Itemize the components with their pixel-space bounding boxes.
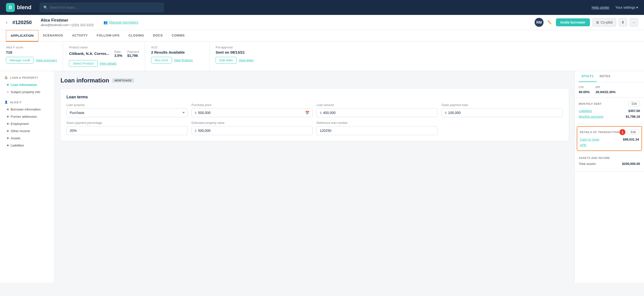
top-nav: B blend 🔍 Help center Your settings ▾ — [0, 0, 644, 15]
sidebar-item-other-income[interactable]: Other income — [0, 127, 54, 135]
sidebar-item-subject-property[interactable]: Subject property info — [0, 88, 54, 96]
back-button[interactable]: ‹ — [6, 20, 8, 25]
loan-amount-label: Loan amount — [316, 103, 438, 107]
purchase-price-input[interactable] — [198, 111, 304, 115]
monthly-payment-row: Monthly payment $1,796.18 — [579, 115, 640, 118]
run-aus-button[interactable]: Run AUS — [151, 57, 172, 64]
details-title: DETAILS OF TRANSACTION 1 Edit — [580, 129, 639, 135]
loan-amount-group: Loan amount $ — [316, 103, 438, 117]
monthly-debt-title: MONTHLY DEBT Edit — [579, 101, 640, 107]
total-assets-value: $200,000.00 — [622, 162, 640, 166]
loan-purpose-select[interactable]: Purchase — [66, 108, 188, 117]
sidebar-item-employment[interactable]: Employment — [0, 120, 54, 127]
nav-right: Help center Your settings ▾ — [592, 6, 638, 10]
sidebar-item-assets[interactable]: Assets — [0, 135, 54, 142]
aus-label: AUS — [151, 46, 204, 49]
manage-borrowers-link[interactable]: 👥 Manage borrowers — [104, 20, 138, 24]
down-pct-input[interactable] — [70, 129, 184, 133]
edit-avatar-button[interactable]: ✏️ — [546, 19, 554, 26]
your-settings-label: Your settings — [616, 6, 635, 10]
loan-header: ‹ #120250 Alice Firstimer alice@testmail… — [0, 15, 644, 30]
dot-icon — [7, 123, 9, 125]
payment-label: Payment — [127, 50, 139, 54]
sidebar-item-former-addresses[interactable]: Former addresses — [0, 113, 54, 120]
sidebar-item-borrower-info[interactable]: Borrower information — [0, 106, 54, 113]
section-header: Loan information MORTGAGE — [60, 77, 568, 84]
details-transaction-wrapper: DETAILS OF TRANSACTION 1 Edit Cash to cl… — [575, 124, 644, 151]
tab-docs[interactable]: DOCS — [148, 30, 168, 42]
tab-comms[interactable]: COMMS — [167, 30, 189, 42]
sidebar-item-loan-information[interactable]: Loan information — [0, 81, 54, 88]
sidebar-section-alice: 👤 Alice F Borrower information Former ad… — [0, 101, 54, 149]
tab-activity[interactable]: ACTIVITY — [68, 30, 92, 42]
main-layout: 🏠 Loan & Property Loan information Subje… — [0, 71, 644, 282]
view-letter-button[interactable]: View letter — [239, 57, 254, 64]
view-product-details-button[interactable]: View details — [100, 60, 116, 67]
down-payment-input-wrapper: $ — [442, 108, 563, 117]
manage-credit-button[interactable]: Manage credit — [6, 57, 34, 64]
sidebar-item-liabilities[interactable]: Liabilities — [0, 142, 54, 149]
dollar-prefix: $ — [320, 111, 322, 115]
details-edit-button[interactable]: Edit — [628, 129, 639, 135]
purchase-price-input-wrapper: $ 📅 — [192, 108, 312, 117]
chevron-down-icon: ▾ — [636, 6, 638, 10]
loan-amount-input[interactable] — [323, 111, 434, 115]
loan-terms-form: Loan purpose Purchase Purchase price $ 📅 — [66, 103, 563, 135]
copilot-icon: ⊞ — [596, 20, 599, 24]
down-payment-input[interactable] — [448, 111, 560, 115]
more-button[interactable]: ··· — [630, 18, 638, 27]
upload-button[interactable]: ⬆ — [619, 18, 627, 27]
cash-to-close-row: Cash to close $99,031.34 — [580, 138, 639, 141]
monthly-debt-edit-button[interactable]: Edit — [628, 101, 640, 107]
est-property-input[interactable] — [198, 129, 309, 133]
tab-scenarios[interactable]: SCENARIOS — [38, 30, 68, 42]
loan-terms-title: Loan terms — [66, 95, 563, 99]
liabilities-link[interactable]: Liabilities — [579, 109, 592, 113]
ref-loan-input[interactable] — [320, 129, 434, 133]
rpanel-tab-dti-ltv[interactable]: DTI/LTV — [579, 71, 596, 82]
tab-closing[interactable]: CLOSING — [124, 30, 148, 42]
borrower-name: Alice Firstimer — [41, 18, 94, 23]
aus-value: 2 Results Available — [151, 50, 204, 54]
edit-letter-button[interactable]: Edit letter — [216, 57, 237, 64]
people-icon: 👥 — [104, 20, 108, 24]
copilot-button[interactable]: ⊞ Co-pilot — [592, 18, 616, 27]
loan-id: #120250 — [12, 20, 32, 25]
rpanel-tab-notes[interactable]: NOTES — [596, 71, 614, 82]
details-transaction-section: DETAILS OF TRANSACTION 1 Edit Cash to cl… — [577, 126, 642, 151]
total-assets-label: Total assets — [579, 162, 596, 166]
view-summary-button[interactable]: View summary — [36, 57, 57, 64]
ref-loan-input-wrapper — [316, 126, 438, 135]
ltv-value: 80.00% — [579, 90, 590, 94]
dot-icon — [7, 109, 9, 110]
view-findings-button[interactable]: View findings — [174, 57, 193, 64]
dot-icon — [7, 145, 9, 146]
cash-to-close-link[interactable]: Cash to close — [580, 138, 599, 141]
calendar-icon: 📅 — [305, 111, 309, 115]
est-property-input-wrapper: $ — [192, 126, 312, 135]
home-icon: 🏠 — [4, 76, 8, 79]
down-pct-label: Down payment percentage — [66, 121, 188, 125]
summary-bar: Alice F score 710 Manage credit View sum… — [0, 42, 644, 71]
monthly-payment-value: $1,796.18 — [626, 115, 640, 118]
rate-value: 3.5% — [114, 54, 122, 58]
left-sidebar: 🏠 Loan & Property Loan information Subje… — [0, 71, 54, 282]
down-pct-input-wrapper — [66, 126, 188, 135]
borrower-info: Alice Firstimer alice@testmail.com • (22… — [41, 18, 94, 27]
search-bar[interactable]: 🔍 — [40, 3, 164, 12]
search-icon: 🔍 — [44, 6, 48, 10]
tab-application[interactable]: APPLICATION — [6, 30, 38, 42]
monthly-payment-link[interactable]: Monthly payment — [579, 115, 603, 118]
apr-link[interactable]: APR — [580, 143, 586, 147]
total-assets-row: Total assets $200,000.00 — [579, 162, 640, 166]
select-product-button[interactable]: Select Product — [69, 60, 98, 67]
your-settings-menu[interactable]: Your settings ▾ — [616, 6, 638, 10]
invite-borrower-button[interactable]: Invite borrower — [556, 18, 590, 26]
rate-label: Rate — [114, 50, 122, 54]
tab-bar: APPLICATION SCENARIOS ACTIVITY FOLLOW-UP… — [0, 30, 644, 42]
search-input[interactable] — [50, 6, 160, 10]
tab-follow-ups[interactable]: FOLLOW-UPS — [92, 30, 124, 42]
help-center-link[interactable]: Help center — [592, 6, 610, 10]
credit-score-value: 710 — [6, 50, 57, 54]
section-title: Loan information — [60, 77, 109, 84]
